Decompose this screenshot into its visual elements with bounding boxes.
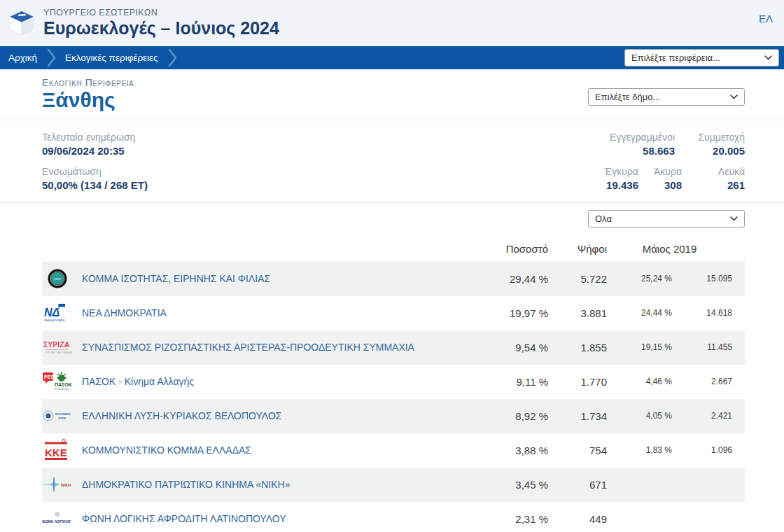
ballot-box-icon [6, 6, 38, 41]
language-toggle[interactable]: ΕΛ [759, 13, 773, 24]
prev-votes-value: 11.455 [672, 342, 732, 352]
prev-votes-value: 2.421 [672, 411, 732, 421]
integration-stat: Ενσωμάτωση 50,00% (134 / 268 ΕΤ) [42, 166, 148, 191]
ministry-name: ΥΠΟΥΡΓΕΙΟ ΕΣΩΤΕΡΙΚΩΝ [43, 8, 279, 18]
party-logo-kief: ΚΙΕΦ [42, 268, 73, 289]
results-section: Ποσοστό Ψήφοι Μάιος 2019 ΚΙΕΦ ΚΟΜΜΑ ΙΣΟΤ… [0, 233, 784, 532]
table-row[interactable]: PESΠΑΣΟΚΚίνημα Αλλαγής ΠΑΣΟΚ - Κίνημα Αλ… [42, 365, 745, 399]
party-logo-elliniki-lysi: ΕΛΛΗΝΙΚΗΛΥΣΗ [42, 407, 73, 425]
table-row[interactable]: ΣΥΡΙΖΑΠΡΟΟΔΕΥΤΙΚΗ ΣΥΜΜΑΧΙΑ ΣΥΝΑΣΠΙΣΜΟΣ Ρ… [42, 330, 745, 365]
percent-value: 9,54 % [478, 342, 548, 354]
party-name[interactable]: ΕΛΛΗΝΙΚΗ ΛΥΣΗ-ΚΥΡΙΑΚΟΣ ΒΕΛΟΠΟΥΛΟΣ [82, 410, 281, 421]
svg-text:ΕΛΛΗΝΙΚΗ: ΕΛΛΗΝΙΚΗ [55, 412, 71, 416]
votes-value: 1.855 [548, 342, 607, 354]
valid-label: Έγκυρα [604, 166, 638, 177]
registered-label: Εγγεγραμμένοι [610, 132, 675, 143]
table-row[interactable]: ΦΩΝΗ ΛΟΓΙΚΗΣ ΦΩΝΗ ΛΟΓΙΚΗΣ ΑΦΡΟΔΙΤΗ ΛΑΤΙΝ… [42, 502, 745, 532]
svg-text:ΝΔ: ΝΔ [44, 307, 60, 318]
ballot-filter-select[interactable]: Ολα [588, 210, 745, 227]
svg-text:ΚΙΕΦ: ΚΙΕΦ [54, 277, 61, 281]
prev-percent-value: 24,44 % [607, 308, 672, 318]
column-header-may2019: Μάιος 2019 [607, 243, 732, 255]
stats-section: Τελευταία ενημέρωση 09/06/2024 20:35 Ενσ… [0, 120, 784, 203]
valid-stat: Έγκυρα 19.436 [604, 166, 638, 191]
votes-value: 1.770 [548, 376, 607, 388]
turnout-label: Συμμετοχή [675, 132, 745, 143]
svg-text:ΝΙΚΗ: ΝΙΚΗ [61, 483, 71, 487]
percent-value: 29,44 % [478, 273, 548, 285]
table-row[interactable]: KKE ΚΟΜΜΟΥΝΙΣΤΙΚΟ ΚΟΜΜΑ ΕΛΛΑΔΑΣ 3,88 % 7… [42, 433, 745, 468]
svg-text:Κίνημα Αλλαγής: Κίνημα Αλλαγής [55, 388, 70, 391]
ballot-filter-value: Ολα [595, 214, 724, 224]
chevron-down-icon [730, 94, 738, 99]
registered-stat: Εγγεγραμμένοι 58.663 [610, 132, 675, 157]
region-label: Εκλογικη Περιφερεια [42, 77, 134, 88]
breadcrumb-home[interactable]: Αρχική [0, 52, 47, 63]
party-logo-kke: KKE [42, 439, 73, 461]
municipality-select-value: Επιλέξτε δήμο... [595, 92, 724, 102]
table-header: Ποσοστό Ψήφοι Μάιος 2019 [42, 233, 745, 262]
party-logo-foni-logikis: ΦΩΝΗ ΛΟΓΙΚΗΣ [42, 511, 73, 526]
svg-text:ΝΕΑ ΔΗΜΟΚΡΑΤΙΑ: ΝΕΑ ΔΗΜΟΚΡΑΤΙΑ [44, 319, 65, 322]
region-section: Εκλογικη Περιφερεια Ξάνθης Επιλέξτε δήμο… [0, 69, 784, 120]
filter-section: Ολα [0, 203, 784, 233]
percent-value: 2,31 % [478, 513, 548, 525]
region-name: Ξάνθης [42, 88, 134, 113]
party-name[interactable]: ΚΟΜΜΑ ΙΣΟΤΗΤΑΣ, ΕΙΡΗΝΗΣ ΚΑΙ ΦΙΛΙΑΣ [82, 273, 270, 284]
percent-value: 3,45 % [478, 479, 548, 491]
votes-value: 1.734 [548, 410, 607, 422]
party-logo-syriza: ΣΥΡΙΖΑΠΡΟΟΔΕΥΤΙΚΗ ΣΥΜΜΑΧΙΑ [42, 337, 73, 357]
invalid-label: Άκυρα [638, 166, 682, 177]
svg-text:ΠΑΣΟΚ: ΠΑΣΟΚ [55, 382, 72, 387]
table-row[interactable]: ΝΔΝΕΑ ΔΗΜΟΚΡΑΤΙΑ ΝΕΑ ΔΗΜΟΚΡΑΤΙΑ 19,97 % … [42, 296, 745, 330]
party-logo-nd: ΝΔΝΕΑ ΔΗΜΟΚΡΑΤΙΑ [42, 302, 73, 323]
chevron-down-icon [764, 55, 772, 60]
registered-value: 58.663 [610, 145, 675, 157]
party-name[interactable]: ΚΟΜΜΟΥΝΙΣΤΙΚΟ ΚΟΜΜΑ ΕΛΛΑΔΑΣ [82, 444, 251, 456]
chevron-right-icon [47, 46, 57, 69]
last-update-label: Τελευταία ενημέρωση [42, 132, 148, 143]
app-header: ΥΠΟΥΡΓΕΙΟ ΕΣΩΤΕΡΙΚΩΝ Ευρωεκλογές – Ιούνι… [0, 0, 784, 46]
votes-value: 754 [548, 444, 607, 456]
prev-percent-value: 4,46 % [607, 377, 672, 386]
chevron-down-icon [730, 216, 738, 221]
votes-value: 449 [548, 513, 607, 525]
integration-value: 50,00% (134 / 268 ΕΤ) [42, 179, 148, 191]
percent-value: 9,11 % [478, 376, 548, 388]
municipality-select[interactable]: Επιλέξτε δήμο... [588, 88, 745, 106]
votes-value: 5.722 [548, 273, 607, 285]
prev-votes-value: 14.618 [672, 308, 732, 318]
svg-text:ΛΥΣΗ: ΛΥΣΗ [58, 416, 66, 420]
region-select[interactable]: Επιλέξτε περιφέρεια... [624, 49, 779, 66]
table-row[interactable]: ΕΛΛΗΝΙΚΗΛΥΣΗ ΕΛΛΗΝΙΚΗ ΛΥΣΗ-ΚΥΡΙΑΚΟΣ ΒΕΛΟ… [42, 399, 745, 433]
prev-votes-value: 15.095 [672, 274, 732, 284]
prev-votes-value: 1.096 [672, 445, 732, 455]
svg-text:ΣΥΡΙΖΑ: ΣΥΡΙΖΑ [43, 340, 70, 349]
party-name[interactable]: ΔΗΜΟΚΡΑΤΙΚΟ ΠΑΤΡΙΩΤΙΚΟ ΚΙΝΗΜΑ «ΝΙΚΗ» [82, 479, 290, 490]
party-logo-pasok: PESΠΑΣΟΚΚίνημα Αλλαγής [42, 370, 73, 393]
blank-label: Λευκά [682, 166, 745, 177]
brand[interactable]: ΥΠΟΥΡΓΕΙΟ ΕΣΩΤΕΡΙΚΩΝ Ευρωεκλογές – Ιούνι… [6, 6, 279, 41]
valid-value: 19.436 [604, 179, 638, 191]
party-logo-niki: ΝΙΚΗ [42, 476, 73, 493]
votes-value: 3.881 [548, 307, 607, 319]
table-row[interactable]: ΝΙΚΗ ΔΗΜΟΚΡΑΤΙΚΟ ΠΑΤΡΙΩΤΙΚΟ ΚΙΝΗΜΑ «ΝΙΚΗ… [42, 468, 745, 502]
table-row[interactable]: ΚΙΕΦ ΚΟΜΜΑ ΙΣΟΤΗΤΑΣ, ΕΙΡΗΝΗΣ ΚΑΙ ΦΙΛΙΑΣ … [42, 262, 745, 296]
votes-value: 671 [548, 479, 607, 491]
turnout-stat: Συμμετοχή 20.005 [675, 132, 745, 157]
party-name[interactable]: ΝΕΑ ΔΗΜΟΚΡΑΤΙΑ [82, 307, 167, 318]
invalid-value: 308 [638, 179, 682, 191]
svg-text:KKE: KKE [45, 447, 67, 458]
prev-percent-value: 19,15 % [607, 342, 672, 352]
party-name[interactable]: ΣΥΝΑΣΠΙΣΜΟΣ ΡΙΖΟΣΠΑΣΤΙΚΗΣ ΑΡΙΣΤΕΡΑΣ-ΠΡΟΟ… [82, 342, 414, 353]
breadcrumb-districts[interactable]: Εκλογικές περιφέρειες [57, 52, 168, 63]
column-header-votes: Ψήφοι [548, 243, 607, 255]
blank-value: 261 [682, 179, 745, 191]
percent-value: 3,88 % [478, 444, 548, 456]
party-name[interactable]: ΠΑΣΟΚ - Κίνημα Αλλαγής [82, 376, 194, 387]
prev-votes-value: 2.667 [672, 377, 732, 386]
results-rows: ΚΙΕΦ ΚΟΜΜΑ ΙΣΟΤΗΤΑΣ, ΕΙΡΗΝΗΣ ΚΑΙ ΦΙΛΙΑΣ … [42, 262, 745, 532]
party-name[interactable]: ΦΩΝΗ ΛΟΓΙΚΗΣ ΑΦΡΟΔΙΤΗ ΛΑΤΙΝΟΠΟΥΛΟΥ [82, 513, 286, 524]
column-header-percent: Ποσοστό [478, 243, 548, 255]
blank-stat: Λευκά 261 [682, 166, 745, 191]
